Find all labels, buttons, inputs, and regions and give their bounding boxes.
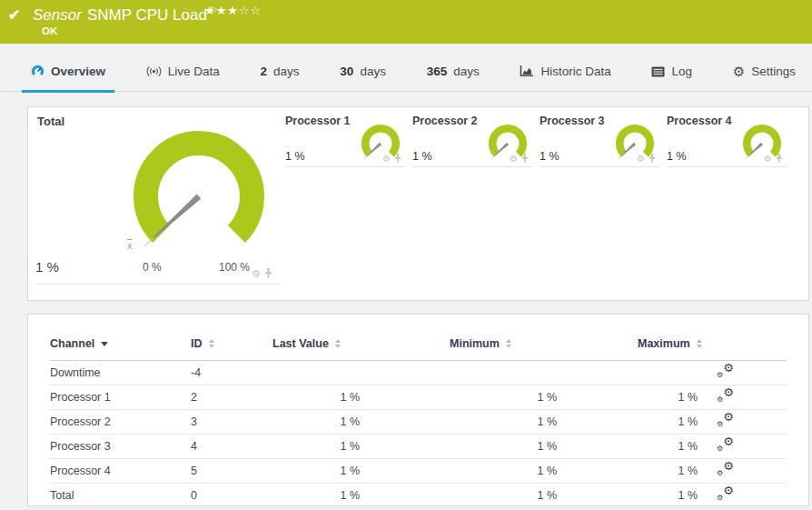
pin-icon[interactable] (776, 154, 783, 164)
tab-log[interactable]: Log (642, 65, 701, 93)
channel-settings-gears-icon[interactable]: ⚙⚙ (717, 438, 734, 452)
channel-settings-gears-icon[interactable]: ⚙⚙ (717, 487, 734, 501)
cell-divider (667, 166, 787, 167)
stars-filled[interactable]: ★★★ (204, 4, 239, 17)
gauges-panel: Total x 0 % 100 % 1 % ⚙ Processor 1 1 % … (27, 106, 809, 301)
gauge-actions: ⚙ (764, 154, 783, 164)
gauge-value: 1 % (667, 150, 687, 163)
channel-id: 3 (191, 409, 272, 434)
channel-settings-gear-icon[interactable]: ⚙ (637, 155, 645, 164)
channel-id: 4 (191, 434, 272, 458)
tab-overview[interactable]: Overview (22, 65, 114, 93)
channel-name: Downtime (50, 360, 191, 385)
gauge-cell-processor-1: Processor 1 1 % ⚙ (285, 112, 405, 168)
table-row-processor-2: Processor 2 3 1 % 1 % 1 % ⚙⚙ (50, 409, 787, 434)
channel-id: 2 (191, 385, 272, 409)
channel-last-value: 1 % (272, 458, 360, 483)
live-data-icon (146, 65, 162, 77)
page-title: SensorSNMP CPU Load⚐ (33, 5, 218, 25)
tab-settings[interactable]: ⚙ Settings (724, 65, 805, 93)
column-header-channel[interactable]: Channel (50, 327, 191, 360)
pin-icon[interactable] (264, 268, 272, 279)
column-header-maximum[interactable]: Maximum (557, 327, 698, 360)
gauge-value-total: 1 % (35, 259, 59, 275)
channel-maximum: 1 % (557, 409, 698, 434)
table-row-total: Total 0 1 % 1 % 1 % ⚙⚙ (50, 483, 787, 506)
tab-historic-data[interactable]: Historic Data (510, 65, 619, 93)
channel-name: Processor 4 (50, 458, 191, 483)
gauge-value: 1 % (540, 150, 559, 163)
channel-settings-gears-icon[interactable]: ⚙⚙ (717, 389, 734, 403)
tab-30-days[interactable]: 30 days (331, 65, 395, 93)
gauge-title: Processor 1 (285, 115, 351, 127)
column-header-id[interactable]: ID (191, 327, 272, 360)
gauge-cell-processor-4: Processor 4 1 % ⚙ (667, 112, 787, 168)
gauge-title: Processor 4 (667, 115, 732, 127)
column-label: Maximum (638, 337, 690, 350)
column-header-actions (698, 327, 787, 360)
channel-id: 0 (191, 483, 272, 506)
total-gauge-actions: ⚙ (252, 268, 272, 279)
channel-settings-gears-icon[interactable]: ⚙⚙ (717, 414, 734, 427)
channel-settings-gear-icon[interactable]: ⚙ (382, 155, 391, 164)
channel-settings-gear-icon[interactable]: ⚙ (764, 155, 772, 164)
gauge-actions: ⚙ (510, 154, 529, 164)
gauge-title-total: Total (37, 115, 64, 128)
mean-marker-label: x (127, 240, 133, 251)
tab-number: 2 (261, 65, 268, 78)
gauge-icon (31, 65, 45, 78)
stars-empty[interactable]: ☆☆ (239, 4, 262, 17)
gauge-actions: ⚙ (637, 154, 656, 164)
tab-2-days[interactable]: 2 days (252, 65, 309, 93)
channel-name: Processor 2 (50, 409, 191, 434)
pin-icon[interactable] (521, 154, 529, 164)
sensor-name: SNMP CPU Load (87, 6, 207, 24)
channel-minimum: 1 % (360, 385, 557, 409)
settings-gear-icon: ⚙ (733, 65, 745, 78)
column-label: Channel (50, 337, 94, 350)
column-header-last-value[interactable]: Last Value (272, 327, 360, 360)
gauge-cell-processor-2: Processor 2 1 % ⚙ (412, 112, 532, 168)
channel-minimum: 1 % (360, 458, 557, 483)
channel-settings-gears-icon[interactable]: ⚙⚙ (717, 365, 734, 378)
channel-id: -4 (191, 360, 272, 385)
channel-last-value (272, 360, 360, 385)
table-row-processor-4: Processor 4 5 1 % 1 % 1 % ⚙⚙ (50, 458, 787, 483)
channel-minimum: 1 % (360, 483, 557, 506)
column-header-minimum[interactable]: Minimum (360, 327, 557, 360)
tab-label: days (273, 65, 300, 78)
column-label: ID (191, 337, 203, 350)
channel-last-value: 1 % (272, 483, 360, 506)
channel-last-value: 1 % (272, 385, 360, 409)
pin-icon[interactable] (394, 154, 401, 164)
tab-number: 365 (427, 65, 448, 78)
tab-bar: Overview Live Data 2 days 30 days 365 da… (0, 44, 812, 92)
tab-365-days[interactable]: 365 days (418, 65, 489, 93)
tab-label: Historic Data (540, 65, 610, 78)
sort-icon (335, 339, 341, 348)
gauge-actions: ⚙ (382, 154, 401, 164)
channel-name: Processor 1 (50, 385, 191, 409)
table-row-processor-3: Processor 3 4 1 % 1 % 1 % ⚙⚙ (50, 434, 787, 458)
sensor-header: ✔ SensorSNMP CPU Load⚐ ★★★☆☆ OK (0, 0, 812, 44)
pin-icon[interactable] (649, 154, 656, 164)
gauge-title: Processor 3 (540, 115, 605, 127)
total-cell-divider (35, 284, 281, 285)
channel-settings-gear-icon[interactable]: ⚙ (252, 269, 261, 279)
channel-settings-gears-icon[interactable]: ⚙⚙ (717, 463, 734, 476)
status-badge: OK (42, 25, 57, 36)
channel-settings-gear-icon[interactable]: ⚙ (510, 155, 518, 164)
tab-live-data[interactable]: Live Data (137, 65, 229, 93)
channels-panel: Channel ID Last Value Minimum Maximum Do… (27, 314, 809, 506)
table-row-downtime: Downtime -4 ⚙⚙ (50, 360, 787, 385)
channel-maximum: 1 % (557, 385, 698, 409)
cell-divider (540, 166, 659, 167)
channel-last-value: 1 % (272, 434, 360, 458)
table-header-row: Channel ID Last Value Minimum Maximum (50, 327, 787, 360)
priority-stars[interactable]: ★★★☆☆ (204, 4, 262, 17)
gauge-min-tick: 0 % (143, 261, 162, 274)
channel-name: Total (50, 483, 191, 506)
sort-desc-icon (101, 342, 108, 346)
gauge-value: 1 % (412, 150, 432, 163)
channel-maximum (557, 360, 698, 385)
